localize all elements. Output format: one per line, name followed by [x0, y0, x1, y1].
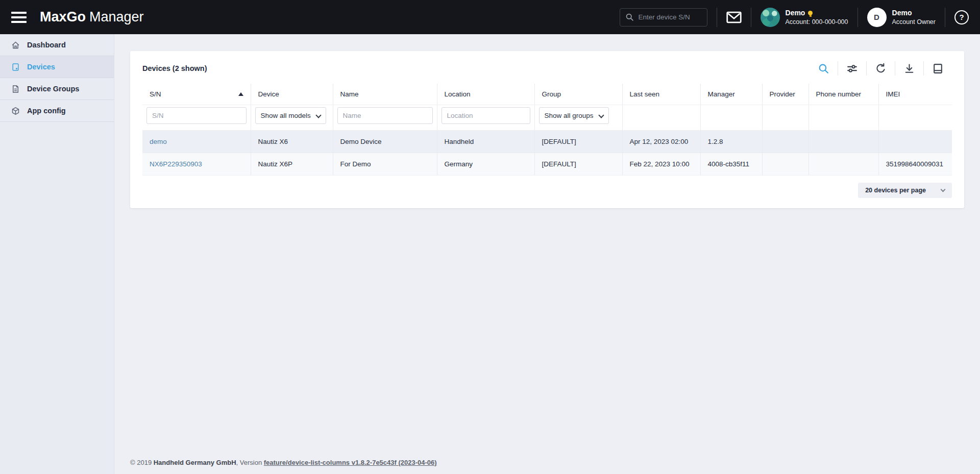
device-link[interactable]: NX6P229350903	[150, 160, 202, 168]
cell-manager: 1.2.8	[700, 131, 762, 153]
sidebar-item-app-config[interactable]: App config	[0, 100, 114, 122]
card-toolbar	[810, 61, 952, 76]
copyright-text: © 2019	[130, 459, 154, 466]
column-header-location[interactable]: Location	[437, 84, 534, 105]
user-menu[interactable]: D Demo Account Owner	[867, 8, 936, 27]
column-header-group[interactable]: Group	[534, 84, 622, 105]
account-name: Demo	[786, 9, 805, 17]
filter-name-input[interactable]	[337, 107, 433, 124]
filter-row: Show all models Show all groups	[142, 105, 952, 131]
company-name: Handheld Germany GmbH	[154, 459, 236, 466]
table-row: demo Nautiz X6 Demo Device Handheld [DEF…	[142, 131, 952, 153]
header-divider	[857, 8, 858, 27]
column-header-last-seen[interactable]: Last seen	[622, 84, 700, 105]
chevron-down-icon: Show all groups	[539, 107, 609, 124]
mail-icon	[726, 11, 742, 23]
device-search-box	[620, 8, 707, 27]
cell-name: For Demo	[333, 153, 437, 176]
cell-phone	[808, 153, 878, 176]
cell-device: Nautiz X6P	[251, 153, 333, 176]
sidebar: Dashboard Devices Device Groups App conf…	[0, 34, 114, 474]
user-avatar: D	[867, 8, 887, 27]
cell-imei	[878, 131, 952, 153]
card-title: Devices (2 shown)	[142, 64, 207, 72]
app-title-bold: MaxGo	[40, 9, 86, 24]
column-header-device[interactable]: Device	[251, 84, 333, 105]
download-button[interactable]	[895, 63, 923, 74]
chevron-down-icon: Show all models	[255, 107, 326, 124]
lightbulb-icon	[808, 11, 813, 15]
sidebar-item-dashboard[interactable]: Dashboard	[0, 34, 114, 56]
mail-button[interactable]	[726, 11, 742, 23]
account-avatar	[761, 8, 780, 27]
home-icon	[11, 41, 20, 49]
version-label: , Version	[236, 459, 264, 466]
user-role: Account Owner	[892, 18, 936, 26]
filter-location-input[interactable]	[442, 107, 530, 124]
cell-group: [DEFAULT]	[534, 153, 622, 176]
log-book-button[interactable]	[924, 63, 952, 74]
header-divider	[717, 8, 717, 27]
cell-imei: 351998640009031	[878, 153, 952, 176]
hamburger-menu-icon[interactable]	[11, 12, 27, 23]
account-number: Account: 000-000-000	[786, 18, 848, 26]
sidebar-item-label: Devices	[27, 63, 55, 71]
column-header-sn[interactable]: S/N	[142, 84, 251, 105]
device-search-input[interactable]	[639, 13, 702, 21]
sidebar-item-label: App config	[27, 107, 66, 115]
account-switcher[interactable]: Demo Account: 000-000-000	[761, 8, 848, 27]
cell-group: [DEFAULT]	[534, 131, 622, 153]
book-icon	[932, 63, 944, 74]
sidebar-item-label: Device Groups	[27, 85, 79, 93]
column-header-name[interactable]: Name	[333, 84, 437, 105]
per-page-select[interactable]: 20 devices per page	[858, 183, 952, 198]
user-name: Demo	[892, 9, 912, 17]
cell-manager: 4008-cb35f11	[700, 153, 762, 176]
devices-card: Devices (2 shown)	[130, 51, 964, 208]
filter-sn-input[interactable]	[146, 107, 247, 124]
cell-last-seen: Feb 22, 2023 10:00	[622, 153, 700, 176]
refresh-button[interactable]	[867, 63, 895, 74]
cell-device: Nautiz X6	[251, 131, 333, 153]
help-button[interactable]: ?	[954, 10, 969, 24]
per-page-label: 20 devices per page	[865, 187, 926, 194]
cube-icon	[11, 107, 20, 115]
document-icon	[11, 85, 20, 93]
sidebar-item-devices[interactable]: Devices	[0, 56, 114, 78]
filter-device-select[interactable]: Show all models	[255, 107, 326, 124]
help-icon: ?	[954, 10, 969, 24]
cell-phone	[808, 131, 878, 153]
search-icon	[818, 63, 829, 74]
search-icon	[625, 13, 634, 21]
column-header-provider[interactable]: Provider	[762, 84, 808, 105]
header-divider	[945, 8, 945, 27]
version-link[interactable]: feature/device-list-columns v1.8.2-7e5c4…	[264, 459, 437, 466]
sidebar-item-label: Dashboard	[27, 41, 66, 49]
header-divider	[751, 8, 751, 27]
table-row: NX6P229350903 Nautiz X6P For Demo German…	[142, 153, 952, 176]
main-content: Devices (2 shown)	[114, 34, 980, 474]
devices-table: S/N Device Name Location Group Last seen…	[142, 84, 952, 176]
sort-ascending-icon	[238, 92, 243, 96]
refresh-icon	[875, 63, 887, 74]
column-settings-button[interactable]	[838, 63, 866, 74]
cell-provider	[762, 153, 808, 176]
cell-location: Germany	[437, 153, 534, 176]
device-link[interactable]: demo	[150, 138, 167, 145]
app-title: MaxGoManager	[40, 9, 144, 25]
footer: © 2019 Handheld Germany GmbH, Version fe…	[130, 459, 964, 466]
search-devices-button[interactable]	[810, 63, 838, 74]
top-header: MaxGoManager Demo Acco	[0, 0, 980, 34]
sidebar-item-device-groups[interactable]: Device Groups	[0, 78, 114, 100]
download-icon	[903, 63, 915, 74]
cell-last-seen: Apr 12, 2023 02:00	[622, 131, 700, 153]
device-icon	[11, 63, 20, 71]
chevron-down-icon	[941, 187, 946, 192]
column-header-manager[interactable]: Manager	[700, 84, 762, 105]
column-header-imei[interactable]: IMEI	[878, 84, 952, 105]
filter-group-select[interactable]: Show all groups	[539, 107, 609, 124]
app-title-light: Manager	[89, 9, 144, 24]
cell-provider	[762, 131, 808, 153]
column-header-phone[interactable]: Phone number	[808, 84, 878, 105]
sliders-icon	[846, 63, 858, 74]
